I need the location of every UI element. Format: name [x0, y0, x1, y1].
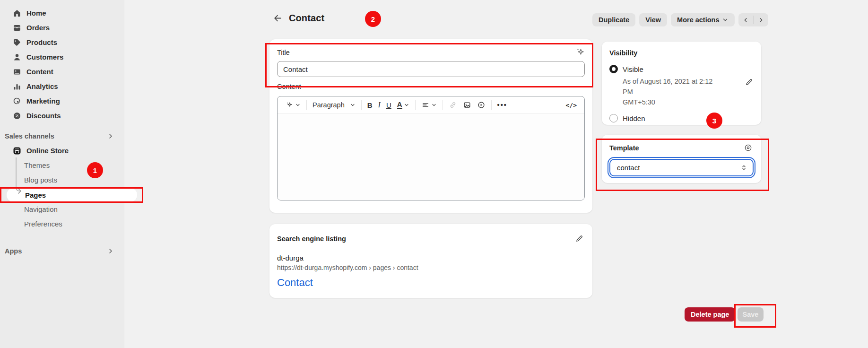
edit-visibility-button[interactable]	[744, 77, 755, 87]
content-field-label: Content	[277, 83, 585, 91]
more-actions-label: More actions	[677, 16, 719, 24]
sidebar-item-home[interactable]: Home	[0, 6, 124, 20]
sidebar-item-label: Marketing	[26, 97, 60, 105]
chevron-right-icon	[107, 247, 114, 255]
chevron-right-icon	[107, 132, 114, 140]
italic-button[interactable]: I	[375, 98, 383, 112]
hidden-label: Hidden	[623, 114, 645, 122]
sidebar-item-pages-active[interactable]: Pages	[7, 188, 137, 202]
preview-template-button[interactable]	[743, 142, 754, 153]
chevron-down-icon	[404, 102, 409, 108]
annotation-step-2: 2	[365, 11, 381, 27]
delete-page-button[interactable]: Delete page	[685, 307, 735, 322]
visibility-card: Visibility Visible As of August 16, 2021…	[602, 42, 761, 125]
insert-image-button[interactable]	[460, 98, 474, 112]
divider	[491, 100, 492, 110]
sidebar-item-label: Orders	[26, 24, 50, 32]
back-button[interactable]	[272, 12, 283, 24]
sidebar-item-label: Pages	[25, 191, 46, 199]
online-store-icon	[12, 146, 22, 156]
visibility-schedule-note: As of August 16, 2021 at 2:12 PM GMT+5:3…	[623, 76, 722, 107]
paragraph-style-dropdown[interactable]: Paragraph	[310, 98, 358, 112]
sidebar-item-themes[interactable]: Themes	[0, 158, 124, 173]
sales-channels-label: Sales channels	[5, 132, 54, 140]
underline-button[interactable]: U	[383, 98, 394, 112]
editor-ai-button[interactable]	[282, 98, 304, 112]
sidebar-item-online-store[interactable]: Online Store	[0, 143, 124, 158]
insert-link-button[interactable]	[446, 98, 460, 112]
sidebar-item-label: Products	[26, 38, 57, 46]
marketing-icon	[12, 96, 22, 106]
schedule-timezone: GMT+5:30	[623, 97, 722, 107]
sidebar-item-label: Navigation	[24, 205, 58, 213]
sidebar-item-preferences[interactable]: Preferences	[0, 217, 124, 231]
title-input[interactable]	[277, 61, 585, 77]
seo-heading: Search engine listing	[277, 235, 346, 243]
customers-icon	[12, 52, 22, 62]
chevron-down-icon	[722, 17, 729, 23]
sparkle-ai-icon	[285, 101, 294, 109]
template-select[interactable]: contact	[609, 159, 754, 176]
more-actions-button[interactable]: More actions	[671, 13, 735, 26]
text-color-label: A	[397, 101, 402, 109]
bold-button[interactable]: B	[365, 98, 375, 112]
more-formatting-button[interactable]: •••	[495, 98, 510, 112]
pagination-group	[738, 13, 768, 26]
divider	[361, 100, 362, 110]
rich-text-editor: Paragraph B I U A	[277, 96, 585, 200]
divider	[443, 100, 443, 110]
edit-seo-button[interactable]	[574, 233, 585, 244]
divider	[415, 100, 416, 110]
seo-url-breadcrumb: https://dt-durga.myshopify.com › pages ›…	[277, 264, 585, 271]
orders-icon	[12, 23, 22, 33]
sidebar-item-orders[interactable]: Orders	[0, 20, 124, 35]
sidebar-item-analytics[interactable]: Analytics	[0, 79, 124, 94]
code-view-button[interactable]: </>	[563, 98, 580, 112]
sidebar: Home Orders Products Customers Content A…	[0, 0, 124, 348]
sidebar-item-marketing[interactable]: Marketing	[0, 94, 124, 108]
sidebar-section-apps[interactable]: Apps	[0, 244, 124, 258]
sidebar-item-content[interactable]: Content	[0, 64, 124, 79]
previous-page-button[interactable]	[738, 13, 753, 26]
sidebar-item-label: Blog posts	[24, 176, 57, 184]
sidebar-item-products[interactable]: Products	[0, 35, 124, 50]
updown-select-icon	[740, 164, 748, 172]
seo-page-link[interactable]: Contact	[277, 277, 313, 289]
text-color-button[interactable]: A	[394, 98, 412, 112]
chevron-down-icon	[431, 102, 437, 108]
back-arrow-icon	[273, 13, 283, 23]
schedule-date: As of August 16, 2021 at 2:12 PM	[623, 76, 722, 97]
insert-video-button[interactable]	[474, 98, 488, 112]
seo-site-name: dt-durga	[277, 254, 585, 262]
analytics-icon	[12, 82, 22, 91]
sidebar-item-label: Analytics	[26, 82, 58, 90]
products-icon	[12, 38, 22, 47]
visibility-heading: Visibility	[609, 49, 754, 57]
view-button[interactable]: View	[639, 13, 667, 26]
image-icon	[463, 101, 471, 109]
sidebar-item-blog-posts[interactable]: Blog posts	[0, 173, 124, 187]
discounts-icon	[12, 111, 22, 121]
pencil-edit-icon	[745, 78, 754, 87]
visibility-hidden-option[interactable]: Hidden	[609, 114, 754, 122]
page-title: Contact	[289, 13, 324, 24]
chevron-down-icon	[295, 102, 301, 108]
template-selected-value: contact	[617, 164, 640, 172]
radio-selected-icon	[609, 65, 618, 73]
ai-sparkle-icon[interactable]	[574, 46, 586, 58]
save-button[interactable]: Save	[738, 307, 764, 322]
sidebar-section-sales-channels[interactable]: Sales channels	[0, 129, 124, 143]
view-eye-icon	[744, 143, 753, 152]
duplicate-button[interactable]: Duplicate	[592, 13, 635, 26]
content-editor-body[interactable]	[278, 114, 584, 200]
header-actions: Duplicate View More actions	[592, 13, 768, 26]
sidebar-item-discounts[interactable]: Discounts	[0, 108, 124, 123]
sidebar-item-customers[interactable]: Customers	[0, 50, 124, 64]
next-page-button[interactable]	[754, 13, 768, 26]
alignment-button[interactable]	[418, 98, 440, 112]
search-engine-listing-card: Search engine listing dt-durga https://d…	[269, 224, 592, 298]
chevron-right-icon	[757, 17, 764, 24]
visible-label: Visible	[623, 65, 643, 73]
visibility-visible-option[interactable]: Visible	[609, 65, 754, 73]
sidebar-item-navigation[interactable]: Navigation	[0, 202, 124, 217]
